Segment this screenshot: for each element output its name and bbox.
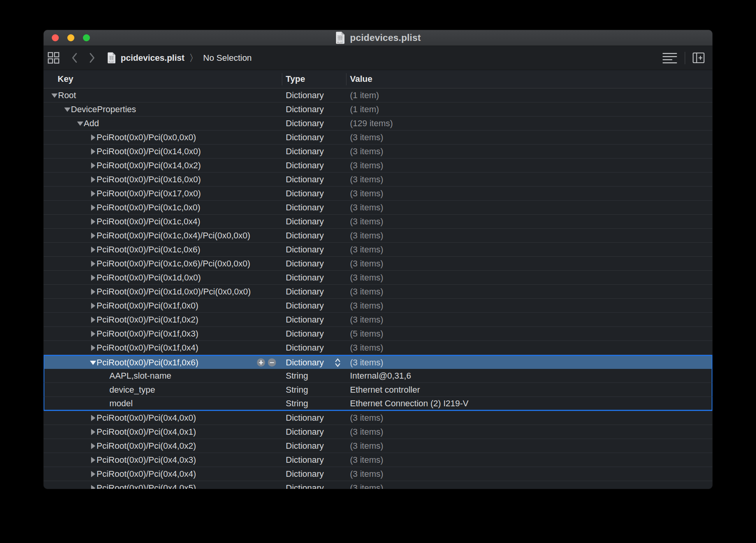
table-row[interactable]: PciRoot(0x0)/Pci(0x1f,0x4)Dictionary(3 i… [44,341,712,355]
forward-chevron-icon[interactable] [89,53,95,63]
row-type-label: Dictionary [286,315,324,325]
disclosure-spacer [102,386,109,393]
window-title: pcidevices.plist [350,32,421,43]
table-row[interactable]: PciRoot(0x0)/Pci(0x4,0x0)Dictionary(3 it… [44,411,712,425]
disclosure-triangle-icon[interactable] [90,218,97,225]
row-type-label: Dictionary [286,118,324,129]
table-row[interactable]: PciRoot(0x0)/Pci(0x1c,0x6)Dictionary(3 i… [44,243,712,257]
disclosure-triangle-icon[interactable] [90,457,97,464]
row-type-cell: Dictionary [282,118,346,129]
row-value-cell: (3 items) [346,483,712,489]
traffic-lights [52,30,90,46]
row-key-label: PciRoot(0x0)/Pci(0x1f,0x2) [97,315,199,325]
remove-item-icon[interactable] [268,358,276,367]
table-row[interactable]: PciRoot(0x0)/Pci(0x4,0x3)Dictionary(3 it… [44,453,712,467]
disclosure-triangle-icon[interactable] [90,344,97,351]
zoom-button[interactable] [83,34,90,41]
related-items-icon[interactable] [47,52,60,64]
table-row[interactable]: PciRoot(0x0)/Pci(0x4,0x4)Dictionary(3 it… [44,467,712,481]
row-type-label: Dictionary [286,413,324,423]
disclosure-triangle-icon[interactable] [90,176,97,183]
editor-lines-icon[interactable] [663,53,677,63]
disclosure-triangle-icon[interactable] [90,274,97,281]
row-key-cell: PciRoot(0x0)/Pci(0x4,0x2) [44,441,282,451]
row-type-cell: Dictionary [282,104,346,115]
disclosure-triangle-icon[interactable] [90,316,97,323]
table-row[interactable]: PciRoot(0x0)/Pci(0x1f,0x2)Dictionary(3 i… [44,313,712,327]
disclosure-triangle-icon[interactable] [90,148,97,155]
table-row[interactable]: AAPL,slot-nameStringInternal@0,31,6 [44,369,712,383]
table-row[interactable]: PciRoot(0x0)/Pci(0x1c,0x4)Dictionary(3 i… [44,215,712,229]
table-row[interactable]: PciRoot(0x0)/Pci(0x0,0x0)Dictionary(3 it… [44,130,712,145]
breadcrumb-file-icon[interactable]: PLIST [107,52,116,63]
disclosure-triangle-icon[interactable] [90,359,97,366]
disclosure-triangle-icon[interactable] [90,302,97,309]
disclosure-triangle-icon[interactable] [90,134,97,141]
disclosure-triangle-icon[interactable] [90,260,97,267]
row-type-label: Dictionary [286,245,324,255]
table-row[interactable]: PciRoot(0x0)/Pci(0x1f,0x3)Dictionary(5 i… [44,327,712,341]
table-row[interactable]: modelStringEthernet Connection (2) I219-… [44,397,712,411]
disclosure-triangle-icon[interactable] [90,288,97,295]
table-row[interactable]: PciRoot(0x0)/Pci(0x4,0x5)Dictionary(3 it… [44,481,712,489]
row-type-label: Dictionary [286,146,324,157]
titlebar[interactable]: PLIST pcidevices.plist [44,30,712,46]
table-row[interactable]: PciRoot(0x0)/Pci(0x1d,0x0)/Pci(0x0,0x0)D… [44,285,712,299]
row-value-cell: Internal@0,31,6 [346,371,712,381]
disclosure-triangle-icon[interactable] [90,330,97,337]
breadcrumb-selection[interactable]: No Selection [203,53,252,63]
disclosure-triangle-icon[interactable] [90,232,97,239]
row-type-cell: Dictionary [282,203,346,213]
row-key-cell: PciRoot(0x0)/Pci(0x1d,0x0)/Pci(0x0,0x0) [44,287,282,297]
type-stepper-icon[interactable] [335,358,341,368]
add-editor-panel-icon[interactable] [693,52,705,64]
table-row[interactable]: AddDictionary(129 items) [44,116,712,130]
row-key-cell: PciRoot(0x0)/Pci(0x16,0x0) [44,175,282,185]
table-row[interactable]: PciRoot(0x0)/Pci(0x1c,0x4)/Pci(0x0,0x0)D… [44,229,712,243]
disclosure-triangle-icon[interactable] [90,246,97,253]
close-button[interactable] [52,34,59,41]
row-type-cell: Dictionary [282,343,346,353]
disclosure-triangle-icon[interactable] [51,92,58,99]
table-row[interactable]: PciRoot(0x0)/Pci(0x1f,0x0)Dictionary(3 i… [44,299,712,313]
disclosure-triangle-icon[interactable] [77,120,84,127]
disclosure-triangle-icon[interactable] [90,428,97,435]
table-row[interactable]: PciRoot(0x0)/Pci(0x17,0x0)Dictionary(3 i… [44,187,712,201]
table-row[interactable]: PciRoot(0x0)/Pci(0x14,0x0)Dictionary(3 i… [44,145,712,159]
row-type-label: Dictionary [286,132,324,143]
table-row[interactable]: PciRoot(0x0)/Pci(0x14,0x2)Dictionary(3 i… [44,159,712,173]
row-key-label: PciRoot(0x0)/Pci(0x4,0x4) [97,469,196,479]
disclosure-triangle-icon[interactable] [90,162,97,169]
row-value-cell: (3 items) [346,259,712,269]
breadcrumb-file[interactable]: pcidevices.plist [121,53,185,63]
table-row[interactable]: DevicePropertiesDictionary(1 item) [44,102,712,116]
table-row[interactable]: PciRoot(0x0)/Pci(0x4,0x1)Dictionary(3 it… [44,425,712,439]
table-row[interactable]: PciRoot(0x0)/Pci(0x1d,0x0)Dictionary(3 i… [44,271,712,285]
column-divider[interactable] [282,73,282,85]
back-chevron-icon[interactable] [71,53,78,63]
disclosure-triangle-icon[interactable] [90,190,97,197]
table-row[interactable]: PciRoot(0x0)/Pci(0x1c,0x0)Dictionary(3 i… [44,201,712,215]
row-value-cell: (3 items) [346,189,712,199]
disclosure-triangle-icon[interactable] [90,414,97,421]
column-divider[interactable] [346,73,346,85]
disclosure-triangle-icon[interactable] [90,471,97,478]
table-row[interactable]: PciRoot(0x0)/Pci(0x1c,0x6)/Pci(0x0,0x0)D… [44,257,712,271]
disclosure-triangle-icon[interactable] [90,443,97,450]
row-key-cell: PciRoot(0x0)/Pci(0x0,0x0) [44,132,282,143]
row-key-label: AAPL,slot-name [109,371,171,381]
row-value-cell: (3 items) [346,287,712,297]
row-key-label: PciRoot(0x0)/Pci(0x1c,0x4)/Pci(0x0,0x0) [97,231,250,241]
table-row[interactable]: device_typeStringEthernet controller [44,383,712,397]
add-item-icon[interactable] [257,358,265,367]
disclosure-triangle-icon[interactable] [90,485,97,489]
disclosure-triangle-icon[interactable] [64,106,71,113]
table-row[interactable]: PciRoot(0x0)/Pci(0x16,0x0)Dictionary(3 i… [44,173,712,187]
table-row[interactable]: PciRoot(0x0)/Pci(0x4,0x2)Dictionary(3 it… [44,439,712,453]
row-type-cell: Dictionary [282,245,346,255]
plist-document-icon[interactable]: PLIST [335,32,345,44]
table-row[interactable]: RootDictionary(1 item) [44,88,712,102]
disclosure-triangle-icon[interactable] [90,204,97,211]
minimize-button[interactable] [67,34,74,41]
table-row[interactable]: PciRoot(0x0)/Pci(0x1f,0x6)Dictionary(3 i… [44,355,712,369]
